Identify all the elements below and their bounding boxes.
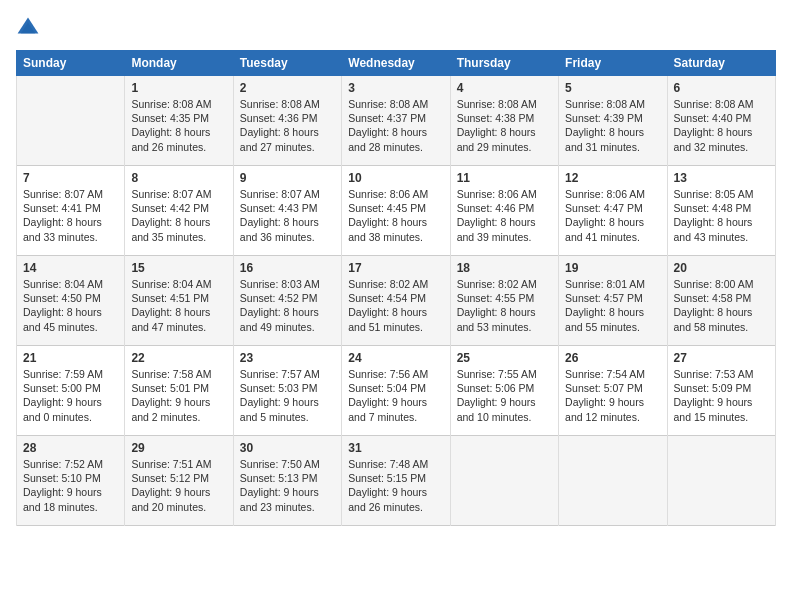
- cell-line: Sunrise: 8:08 AM: [565, 97, 660, 111]
- cell-line: Sunrise: 7:59 AM: [23, 367, 118, 381]
- calendar-cell: 1Sunrise: 8:08 AMSunset: 4:35 PMDaylight…: [125, 76, 233, 166]
- day-number: 6: [674, 81, 769, 95]
- calendar-cell: [450, 436, 558, 526]
- cell-line: Sunset: 5:01 PM: [131, 381, 226, 395]
- cell-line: Sunrise: 7:58 AM: [131, 367, 226, 381]
- cell-line: Sunset: 4:39 PM: [565, 111, 660, 125]
- cell-line: Sunset: 5:04 PM: [348, 381, 443, 395]
- cell-line: Sunrise: 7:52 AM: [23, 457, 118, 471]
- cell-line: Sunrise: 7:54 AM: [565, 367, 660, 381]
- header: [16, 16, 776, 40]
- calendar-cell: 6Sunrise: 8:08 AMSunset: 4:40 PMDaylight…: [667, 76, 775, 166]
- cell-line: Sunrise: 8:06 AM: [565, 187, 660, 201]
- weekday-header-sunday: Sunday: [17, 51, 125, 76]
- cell-line: Sunset: 4:47 PM: [565, 201, 660, 215]
- cell-line: Sunrise: 7:56 AM: [348, 367, 443, 381]
- cell-line: and 49 minutes.: [240, 320, 335, 334]
- cell-line: and 23 minutes.: [240, 500, 335, 514]
- cell-line: Daylight: 8 hours: [674, 125, 769, 139]
- cell-line: and 7 minutes.: [348, 410, 443, 424]
- cell-line: and 32 minutes.: [674, 140, 769, 154]
- cell-line: Sunrise: 8:03 AM: [240, 277, 335, 291]
- cell-line: and 36 minutes.: [240, 230, 335, 244]
- cell-line: Sunrise: 8:07 AM: [131, 187, 226, 201]
- cell-line: Daylight: 9 hours: [457, 395, 552, 409]
- cell-line: Sunrise: 7:57 AM: [240, 367, 335, 381]
- calendar-cell: 25Sunrise: 7:55 AMSunset: 5:06 PMDayligh…: [450, 346, 558, 436]
- cell-line: Daylight: 8 hours: [457, 215, 552, 229]
- cell-line: Sunset: 4:40 PM: [674, 111, 769, 125]
- cell-line: Daylight: 9 hours: [348, 395, 443, 409]
- cell-line: and 10 minutes.: [457, 410, 552, 424]
- cell-line: and 18 minutes.: [23, 500, 118, 514]
- week-row-3: 14Sunrise: 8:04 AMSunset: 4:50 PMDayligh…: [17, 256, 776, 346]
- cell-line: Sunset: 4:38 PM: [457, 111, 552, 125]
- week-row-5: 28Sunrise: 7:52 AMSunset: 5:10 PMDayligh…: [17, 436, 776, 526]
- cell-line: Sunrise: 8:08 AM: [240, 97, 335, 111]
- cell-line: Sunrise: 8:06 AM: [348, 187, 443, 201]
- day-number: 2: [240, 81, 335, 95]
- calendar-cell: 13Sunrise: 8:05 AMSunset: 4:48 PMDayligh…: [667, 166, 775, 256]
- cell-line: and 27 minutes.: [240, 140, 335, 154]
- cell-line: and 47 minutes.: [131, 320, 226, 334]
- cell-line: and 15 minutes.: [674, 410, 769, 424]
- cell-line: Sunset: 5:15 PM: [348, 471, 443, 485]
- weekday-header-wednesday: Wednesday: [342, 51, 450, 76]
- cell-line: Daylight: 8 hours: [240, 215, 335, 229]
- cell-line: Sunset: 4:51 PM: [131, 291, 226, 305]
- cell-line: Sunset: 4:41 PM: [23, 201, 118, 215]
- week-row-4: 21Sunrise: 7:59 AMSunset: 5:00 PMDayligh…: [17, 346, 776, 436]
- cell-line: Sunset: 5:09 PM: [674, 381, 769, 395]
- cell-line: and 41 minutes.: [565, 230, 660, 244]
- day-number: 28: [23, 441, 118, 455]
- cell-line: Sunset: 5:03 PM: [240, 381, 335, 395]
- cell-line: and 31 minutes.: [565, 140, 660, 154]
- cell-line: Daylight: 8 hours: [565, 305, 660, 319]
- calendar-cell: 5Sunrise: 8:08 AMSunset: 4:39 PMDaylight…: [559, 76, 667, 166]
- cell-line: Daylight: 8 hours: [240, 125, 335, 139]
- calendar-cell: 16Sunrise: 8:03 AMSunset: 4:52 PMDayligh…: [233, 256, 341, 346]
- calendar-cell: [667, 436, 775, 526]
- day-number: 30: [240, 441, 335, 455]
- calendar-cell: 28Sunrise: 7:52 AMSunset: 5:10 PMDayligh…: [17, 436, 125, 526]
- cell-line: Sunset: 5:12 PM: [131, 471, 226, 485]
- cell-line: Daylight: 8 hours: [457, 125, 552, 139]
- cell-line: Daylight: 8 hours: [240, 305, 335, 319]
- cell-line: Daylight: 8 hours: [348, 305, 443, 319]
- day-number: 23: [240, 351, 335, 365]
- cell-line: Sunrise: 8:06 AM: [457, 187, 552, 201]
- day-number: 31: [348, 441, 443, 455]
- page-container: SundayMondayTuesdayWednesdayThursdayFrid…: [0, 0, 792, 612]
- cell-line: Sunset: 4:37 PM: [348, 111, 443, 125]
- weekday-header-thursday: Thursday: [450, 51, 558, 76]
- day-number: 19: [565, 261, 660, 275]
- cell-line: Sunset: 4:36 PM: [240, 111, 335, 125]
- cell-line: Daylight: 9 hours: [131, 395, 226, 409]
- weekday-header-monday: Monday: [125, 51, 233, 76]
- weekday-header-friday: Friday: [559, 51, 667, 76]
- cell-line: and 26 minutes.: [131, 140, 226, 154]
- day-number: 5: [565, 81, 660, 95]
- logo: [16, 16, 44, 40]
- calendar-cell: 30Sunrise: 7:50 AMSunset: 5:13 PMDayligh…: [233, 436, 341, 526]
- cell-line: Sunset: 5:13 PM: [240, 471, 335, 485]
- cell-line: Sunset: 4:55 PM: [457, 291, 552, 305]
- cell-line: and 35 minutes.: [131, 230, 226, 244]
- cell-line: Sunrise: 8:08 AM: [457, 97, 552, 111]
- cell-line: and 33 minutes.: [23, 230, 118, 244]
- cell-line: and 20 minutes.: [131, 500, 226, 514]
- cell-line: Sunrise: 7:53 AM: [674, 367, 769, 381]
- cell-line: Daylight: 8 hours: [674, 215, 769, 229]
- cell-line: Daylight: 8 hours: [348, 215, 443, 229]
- cell-line: Sunset: 4:42 PM: [131, 201, 226, 215]
- cell-line: Sunrise: 8:08 AM: [674, 97, 769, 111]
- cell-line: Sunset: 4:35 PM: [131, 111, 226, 125]
- cell-line: Sunrise: 8:07 AM: [23, 187, 118, 201]
- day-number: 15: [131, 261, 226, 275]
- cell-line: Daylight: 8 hours: [674, 305, 769, 319]
- day-number: 11: [457, 171, 552, 185]
- cell-line: Daylight: 8 hours: [565, 125, 660, 139]
- calendar-cell: 15Sunrise: 8:04 AMSunset: 4:51 PMDayligh…: [125, 256, 233, 346]
- cell-line: Sunrise: 8:04 AM: [23, 277, 118, 291]
- cell-line: and 51 minutes.: [348, 320, 443, 334]
